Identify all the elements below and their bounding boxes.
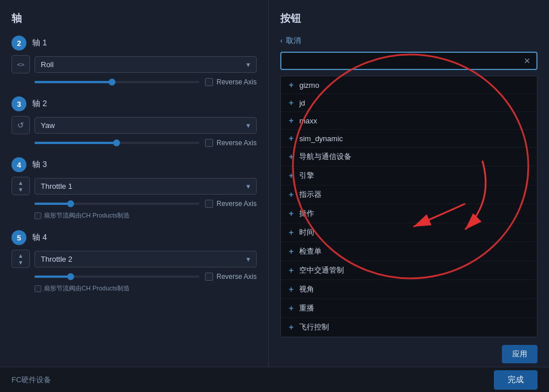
axis-item-3: 3 轴 2 ↺ Yaw ▾ Reverse Axis	[11, 96, 257, 147]
axis-slider-row-4: Reverse Axis	[11, 200, 257, 208]
axis-slider-thumb-3	[113, 139, 120, 146]
axis-select-5[interactable]: Throttle 2 ▾	[34, 251, 257, 267]
axis-label-4: 轴 3	[32, 160, 47, 170]
search-input[interactable]	[287, 57, 524, 65]
list-item[interactable]: +指示器	[281, 185, 537, 204]
axis-icon-5[interactable]: ▲▼	[11, 250, 30, 268]
axis-icon-2[interactable]: <>	[11, 55, 30, 73]
plus-icon: +	[289, 209, 293, 218]
device-label: FC硬件设备	[11, 375, 51, 385]
reverse-checkbox-5[interactable]	[205, 273, 213, 281]
list-item[interactable]: +空中交通管制	[281, 261, 537, 280]
axis-label-3: 轴 2	[32, 99, 47, 109]
chevron-down-icon: ▾	[246, 255, 250, 263]
axis-icon-4[interactable]: ▲▼	[11, 177, 30, 195]
axis-slider-fill-4	[34, 203, 71, 205]
list-item[interactable]: +引擎	[281, 166, 537, 185]
chevron-down-icon: ▾	[246, 182, 250, 191]
reverse-checkbox-3[interactable]	[205, 139, 213, 147]
list-item[interactable]: +sim_dynamic	[281, 130, 537, 148]
list-item[interactable]: +检查单	[281, 242, 537, 261]
clear-icon[interactable]: ✕	[524, 56, 531, 65]
list-item[interactable]: +视角	[281, 280, 537, 299]
axis-item-4: 4 轴 3 ▲▼ Throttle 1 ▾ Revers	[11, 157, 257, 220]
list-item[interactable]: +时间	[281, 223, 537, 242]
right-panel-title: 按钮	[280, 11, 538, 25]
left-panel: 轴 2 轴 1 <> Roll ▾	[0, 0, 269, 392]
reverse-checkbox-4[interactable]	[205, 200, 213, 208]
plus-icon: +	[289, 134, 293, 143]
axis-header-2: 2 轴 1	[11, 36, 257, 51]
axis-number-3: 3	[11, 96, 26, 111]
axis-note-checkbox-5[interactable]	[34, 285, 41, 292]
axis-slider-row-5: Reverse Axis	[11, 273, 257, 281]
axis-slider-5[interactable]	[34, 275, 199, 278]
axis-icon-3[interactable]: ↺	[11, 116, 30, 134]
chevron-down-icon: ▾	[246, 60, 250, 69]
axis-select-4[interactable]: Throttle 1 ▾	[34, 178, 257, 195]
reverse-checkbox-2[interactable]	[205, 78, 213, 86]
axis-number-4: 4	[11, 157, 26, 172]
axis-slider-4[interactable]	[34, 203, 199, 205]
plus-icon: +	[289, 152, 293, 161]
axis-slider-3[interactable]	[34, 142, 199, 144]
list-item[interactable]: +重播	[281, 299, 537, 318]
bottom-bar: FC硬件设备 完成	[0, 367, 549, 392]
list-item[interactable]: +gizmo	[281, 76, 537, 94]
plus-icon: +	[289, 171, 293, 180]
list-item[interactable]: +maxx	[281, 112, 537, 130]
plus-icon: +	[289, 304, 293, 313]
plus-icon: +	[289, 285, 293, 294]
left-panel-title: 轴	[11, 11, 257, 25]
plus-icon: +	[289, 80, 293, 90]
axis-note-5: 扇形节流阀由CH Products制造	[11, 284, 257, 293]
axis-item-2: 2 轴 1 <> Roll ▾ Reverse Axis	[11, 36, 257, 86]
axis-slider-fill-3	[34, 142, 117, 144]
axis-header-3: 3 轴 2	[11, 96, 257, 111]
reverse-axis-4: Reverse Axis	[205, 200, 257, 208]
axis-label-2: 轴 1	[32, 38, 47, 48]
list-item[interactable]: +导航与通信设备	[281, 148, 537, 166]
list-container: +gizmo+jd+maxx+sim_dynamic+导航与通信设备+引擎+指示…	[280, 76, 538, 337]
axis-item-5: 5 轴 4 ▲▼ Throttle 2 ▾ Revers	[11, 230, 257, 293]
reverse-axis-2: Reverse Axis	[205, 78, 257, 86]
list-item[interactable]: +jd	[281, 94, 537, 112]
plus-icon: +	[289, 266, 293, 275]
axis-slider-fill-2	[34, 81, 112, 83]
done-button[interactable]: 完成	[494, 370, 538, 390]
apply-row: 应用	[502, 345, 538, 363]
plus-icon: +	[289, 116, 293, 125]
list-item[interactable]: +操作	[281, 204, 537, 223]
chevron-down-icon: ▾	[246, 121, 250, 130]
apply-button[interactable]: 应用	[502, 345, 538, 363]
reverse-axis-3: Reverse Axis	[205, 139, 257, 147]
plus-icon: +	[289, 98, 293, 107]
axis-controls-4: ▲▼ Throttle 1 ▾	[11, 177, 257, 195]
axis-select-3[interactable]: Yaw ▾	[34, 117, 257, 134]
reverse-axis-5: Reverse Axis	[205, 273, 257, 281]
axis-slider-row-3: Reverse Axis	[11, 139, 257, 147]
axis-slider-fill-5	[34, 275, 71, 278]
axis-number-2: 2	[11, 36, 26, 51]
plus-icon: +	[289, 190, 293, 199]
axis-controls-3: ↺ Yaw ▾	[11, 116, 257, 134]
axis-label-5: 轴 4	[32, 232, 47, 243]
main-container: 轴 2 轴 1 <> Roll ▾	[0, 0, 549, 392]
axis-slider-row-2: Reverse Axis	[11, 78, 257, 86]
list-item[interactable]: +飞行控制	[281, 318, 537, 337]
axis-slider-thumb-4	[67, 200, 74, 207]
right-panel: 按钮 ‹ 取消 ✕ +gizmo+jd+maxx+sim_dynamic+导航与…	[269, 0, 549, 392]
axis-select-2[interactable]: Roll ▾	[34, 56, 257, 73]
axis-slider-2[interactable]	[34, 81, 199, 83]
search-box: ✕	[280, 52, 538, 70]
chevron-left-icon: ‹	[280, 37, 283, 45]
axis-controls-2: <> Roll ▾	[11, 55, 257, 73]
axis-controls-5: ▲▼ Throttle 2 ▾	[11, 250, 257, 268]
axis-header-5: 5 轴 4	[11, 230, 257, 245]
axis-slider-thumb-5	[67, 273, 74, 280]
axis-slider-thumb-2	[109, 79, 115, 86]
axis-note-checkbox-4[interactable]	[34, 212, 41, 219]
cancel-label: 取消	[286, 36, 301, 46]
axis-number-5: 5	[11, 230, 26, 245]
cancel-row[interactable]: ‹ 取消	[280, 36, 538, 46]
